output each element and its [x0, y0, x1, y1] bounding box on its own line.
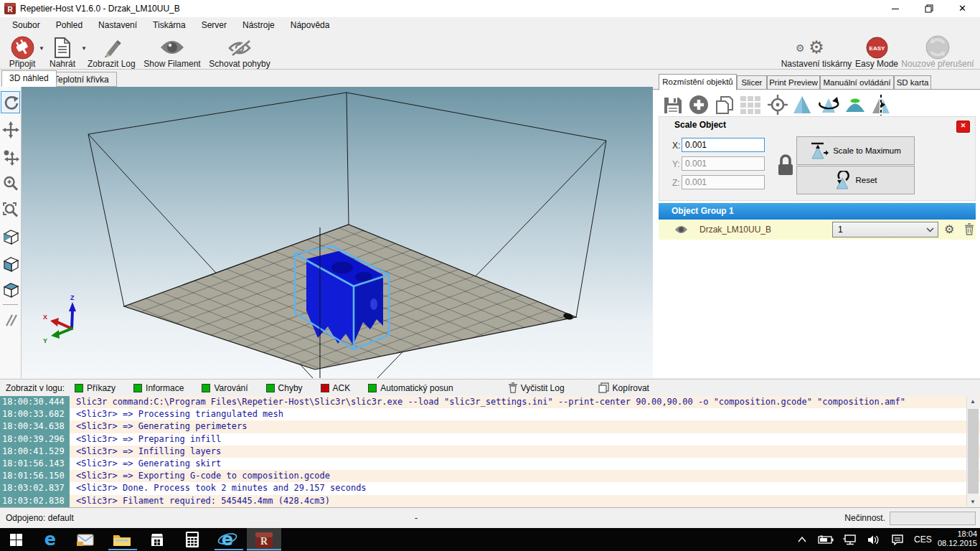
scroll-up-icon[interactable]: ▲ — [967, 398, 979, 405]
taskbar-clock[interactable]: 18:04 08.12.2015 — [938, 529, 977, 548]
lay-flat-button[interactable] — [844, 93, 867, 116]
tab-3d-preview[interactable]: 3D náhled — [1, 70, 57, 87]
language-indicator[interactable]: CES — [914, 534, 932, 545]
menu-tiskarna[interactable]: Tiskárna — [145, 17, 194, 34]
tray-battery-icon[interactable] — [815, 528, 837, 551]
taskbar-calculator-button[interactable] — [176, 528, 208, 551]
copies-value: 1 — [838, 222, 843, 237]
tab-sd-card[interactable]: SD karta — [894, 75, 931, 90]
menu-server[interactable]: Server — [194, 17, 235, 34]
eye-icon — [159, 39, 186, 56]
menu-napoveda[interactable]: Nápověda — [283, 17, 338, 34]
connect-dropdown-caret[interactable]: ▼ — [39, 45, 44, 52]
zoom-view-button[interactable] — [1, 172, 20, 194]
tab-print-preview[interactable]: Print Preview — [767, 75, 820, 90]
tab-slicer[interactable]: Slicer — [737, 75, 767, 90]
clear-log-button[interactable]: Vyčistit Log — [509, 382, 565, 393]
menu-nastaveni[interactable]: Nastavení — [90, 17, 145, 34]
mail-icon — [77, 533, 94, 546]
parallel-projection-button[interactable] — [1, 309, 20, 331]
restore-button[interactable] — [913, 0, 945, 17]
3d-scene: Z X Y — [22, 87, 653, 378]
object-delete-trash-icon[interactable] — [964, 223, 974, 235]
easy-mode-button[interactable]: EASY Easy Mode — [855, 35, 898, 68]
show-filament-button[interactable]: Show Filament — [143, 35, 201, 68]
log-filter-label: Zobrazit v logu: — [6, 383, 65, 393]
taskbar-mail-button[interactable] — [70, 528, 101, 551]
toggle-commands[interactable]: Příkazy — [75, 383, 116, 393]
toggle-errors[interactable]: Chyby — [266, 383, 303, 393]
menu-nastroje[interactable]: Nástroje — [235, 17, 283, 34]
toggle-autoscroll[interactable]: Automatický posun — [368, 383, 453, 393]
move-object-button[interactable] — [1, 146, 20, 168]
3d-viewport[interactable]: Z X Y — [22, 87, 653, 378]
taskbar-explorer-button[interactable] — [106, 528, 138, 551]
scale-x-input[interactable] — [682, 138, 765, 152]
warnings-status-square — [202, 384, 210, 392]
log-row: 18:00:30.444Slic3r command:C:\Program Fi… — [0, 396, 980, 408]
load-button[interactable]: Nahrát — [44, 35, 80, 68]
rotate-view-button[interactable] — [1, 91, 20, 113]
log-output[interactable]: 18:00:30.444Slic3r command:C:\Program Fi… — [0, 396, 980, 507]
tray-volume-icon[interactable] — [863, 528, 885, 551]
emergency-stop-icon — [925, 35, 950, 60]
information-status-square — [133, 384, 142, 392]
scrollbar-thumb[interactable] — [968, 409, 979, 494]
rotate-object-button[interactable] — [816, 93, 839, 116]
fit-view-button[interactable] — [1, 199, 20, 221]
lock-aspect-icon[interactable] — [776, 152, 795, 178]
rotate-view-icon — [3, 95, 19, 110]
center-object-button[interactable] — [766, 93, 789, 116]
printer-settings-button[interactable]: ⚙ ⚙ Nastavení tiskárny — [778, 35, 854, 68]
scale-panel-close-button[interactable]: ✕ — [956, 121, 970, 133]
copy-object-button[interactable] — [713, 93, 736, 116]
hide-moves-button[interactable]: Schovat pohyby — [207, 35, 273, 68]
tab-object-placement[interactable]: Rozmístění objektů — [659, 74, 737, 90]
toggle-log-button[interactable]: Zobrazit Log — [88, 35, 135, 68]
menu-pohled[interactable]: Pohled — [48, 17, 90, 34]
taskbar-edge-button[interactable]: e — [34, 528, 66, 551]
start-button[interactable] — [0, 528, 32, 551]
tab-manual-control[interactable]: Manuální ovládání — [820, 75, 894, 90]
scroll-down-icon[interactable]: ▼ — [967, 499, 979, 505]
tray-expand-button[interactable] — [793, 528, 811, 551]
tab-temperature-curve[interactable]: Teplotní křivka — [46, 72, 117, 87]
scale-to-maximum-button[interactable]: Scale to Maximum — [796, 136, 915, 165]
edge-icon: e — [44, 529, 56, 550]
save-composition-button[interactable] — [661, 93, 684, 116]
tray-action-center-icon[interactable] — [887, 528, 908, 551]
connect-button[interactable]: Připojit — [1, 35, 43, 68]
log-scrollbar[interactable]: ▲ ▼ — [966, 397, 979, 507]
taskbar-ie-button[interactable]: e — [212, 528, 243, 551]
object-visibility-icon[interactable] — [674, 225, 688, 234]
copies-dropdown[interactable]: 1 — [832, 222, 938, 237]
copy-objects-icon — [715, 95, 735, 115]
repetier-icon: R — [255, 530, 273, 549]
toggle-information[interactable]: Informace — [133, 383, 184, 393]
isometric-view-button[interactable] — [1, 225, 20, 248]
log-toolbar: Zobrazit v logu: Příkazy Informace Varov… — [0, 379, 980, 396]
taskbar-repetier-button[interactable]: R — [247, 528, 281, 551]
scale-reset-button[interactable]: Reset — [796, 166, 915, 194]
load-dropdown-caret[interactable]: ▼ — [81, 45, 87, 52]
toggle-ack[interactable]: ACK — [321, 383, 351, 393]
minimize-button[interactable] — [879, 0, 911, 17]
cut-object-button[interactable] — [870, 93, 892, 116]
front-view-button[interactable] — [1, 253, 20, 275]
menu-soubor[interactable]: Soubor — [4, 17, 48, 34]
move-view-button[interactable] — [1, 118, 20, 141]
scale-z-input — [682, 175, 765, 189]
scale-object-button[interactable] — [791, 93, 814, 116]
close-button[interactable]: ✕ — [946, 0, 979, 17]
top-view-button[interactable] — [1, 278, 20, 301]
toggle-warnings[interactable]: Varování — [202, 383, 248, 393]
ie-running-indicator — [215, 549, 243, 550]
add-object-button[interactable] — [687, 93, 710, 116]
object-settings-gear-icon[interactable]: ⚙ — [944, 221, 954, 238]
object-group-header[interactable]: Object Group 1 — [659, 203, 976, 220]
tray-network-icon[interactable] — [839, 528, 861, 551]
internet-explorer-icon: e — [217, 530, 237, 549]
taskbar-store-button[interactable] — [141, 528, 173, 551]
copy-log-button[interactable]: Kopírovat — [598, 382, 649, 393]
notification-icon — [892, 534, 903, 545]
